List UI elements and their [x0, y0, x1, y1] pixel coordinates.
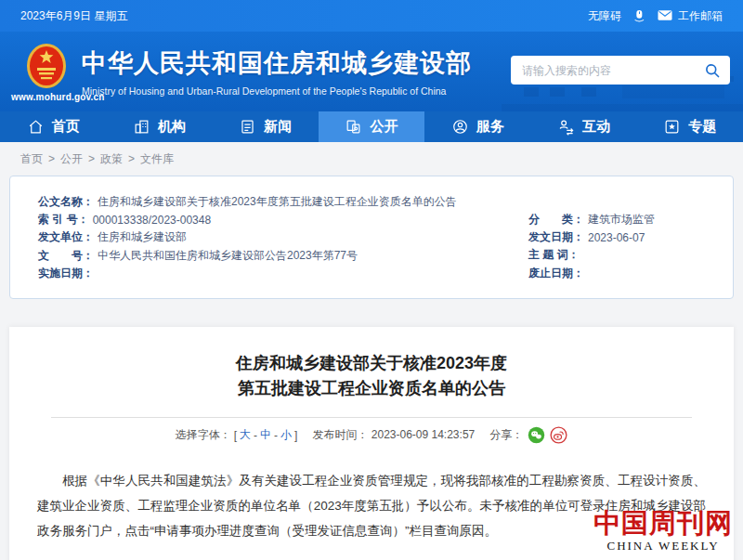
nav-item-interaction[interactable]: 互动	[530, 111, 636, 142]
china-weekly-subtitle: CHINA WEEKLY	[588, 539, 738, 553]
home-icon	[27, 118, 45, 136]
publish-time-group: 发布时间： 2023-06-09 14:23:57	[312, 427, 475, 443]
topics-icon	[663, 118, 681, 136]
nav-item-service[interactable]: 服务	[424, 111, 530, 142]
meta-row-repeal-date: 废止日期：	[528, 265, 655, 282]
site-title-en: Ministry of Housing and Urban-Rural Deve…	[82, 85, 472, 97]
breadcrumb-library[interactable]: 文件库	[140, 151, 174, 167]
mail-icon	[657, 8, 673, 23]
meta-label: 文 号：	[38, 248, 94, 264]
breadcrumb-policy[interactable]: 政策	[100, 151, 123, 167]
breadcrumb-home[interactable]: 首页	[20, 151, 43, 167]
cursor-icon[interactable]	[631, 8, 647, 23]
font-size-medium-link[interactable]: 中	[260, 427, 271, 443]
nav-item-disclosure[interactable]: 公开	[319, 111, 424, 142]
separator: -	[254, 429, 257, 442]
meta-value: 住房和城乡建设部	[98, 229, 187, 245]
accessibility-link[interactable]: 无障碍	[588, 8, 621, 24]
china-weekly-title: 中国周刊网	[588, 509, 738, 537]
accessibility-link-label: 无障碍	[588, 8, 621, 24]
search-icon	[704, 62, 721, 79]
meta-row-index-number: 索 引 号： 000013338/2023-00348	[38, 211, 457, 228]
separator: -	[274, 429, 278, 442]
weibo-share-icon[interactable]	[550, 426, 567, 444]
site-title-block: 中华人民共和国住房和城乡建设部 Ministry of Housing and …	[82, 46, 472, 97]
nav-item-home[interactable]: 首页	[0, 111, 106, 142]
nav-item-label: 机构	[158, 118, 186, 136]
site-title-cn: 中华人民共和国住房和城乡建设部	[82, 46, 472, 80]
title-divider	[51, 417, 692, 418]
font-size-selector: 选择字体： [ 大 - 中 - 小 ]	[176, 427, 298, 443]
bracket: [	[234, 429, 237, 442]
breadcrumb: 首页 > 公开 > 政策 > 文件库	[0, 142, 743, 176]
share-label: 分享：	[489, 427, 523, 443]
share-group: 分享：	[489, 426, 567, 444]
work-mailbox-label: 工作邮箱	[678, 8, 723, 24]
meta-value: 000013338/2023-00348	[93, 214, 211, 227]
china-weekly-logo: 中国周刊网 CHINA WEEKLY	[588, 509, 738, 553]
meta-row-title: 公文名称： 住房和城乡建设部关于核准2023年度第五批建设工程企业资质名单的公告	[38, 193, 457, 211]
current-date: 2023年6月9日 星期五	[20, 8, 127, 24]
document-meta-box: 公文名称： 住房和城乡建设部关于核准2023年度第五批建设工程企业资质名单的公告…	[9, 176, 734, 299]
service-icon	[451, 118, 469, 136]
meta-value: 住房和城乡建设部关于核准2023年度第五批建设工程企业资质名单的公告	[98, 194, 457, 210]
meta-value: 2023-06-07	[588, 231, 645, 244]
nav-item-label: 公开	[370, 118, 398, 136]
article-paragraph: 特此公告。	[37, 556, 706, 560]
meta-row-issue-date: 发文日期： 2023-06-07	[528, 228, 655, 246]
nav-item-label: 首页	[52, 118, 80, 136]
meta-row-doc-number: 文 号： 中华人民共和国住房和城乡建设部公告2023年第77号	[38, 247, 457, 265]
search-input[interactable]	[522, 64, 704, 77]
nav-item-label: 互动	[582, 118, 610, 136]
meta-label: 废止日期：	[528, 266, 584, 281]
breadcrumb-separator: >	[88, 152, 95, 165]
organization-icon	[133, 118, 150, 136]
publish-time-label: 发布时间：	[312, 428, 368, 441]
nav-item-label: 专题	[688, 118, 716, 136]
article-meta-row: 选择字体： [ 大 - 中 - 小 ] 发布时间： 2023-06-09 14:…	[9, 426, 734, 444]
nav-item-label: 服务	[476, 118, 504, 136]
breadcrumb-separator: >	[128, 152, 135, 165]
breadcrumb-disclosure[interactable]: 公开	[60, 151, 83, 167]
disclosure-icon	[345, 118, 362, 136]
wechat-share-icon[interactable]	[528, 426, 545, 444]
nav-item-topics[interactable]: 专题	[637, 111, 743, 142]
meta-row-effective-date: 实施日期：	[38, 265, 457, 282]
meta-label: 公文名称：	[38, 194, 94, 210]
font-size-label: 选择字体：	[176, 427, 231, 443]
publish-time-value: 2023-06-09 14:23:57	[372, 428, 475, 441]
meta-column-left: 公文名称： 住房和城乡建设部关于核准2023年度第五批建设工程企业资质名单的公告…	[38, 193, 457, 282]
meta-label: 分 类：	[528, 212, 584, 228]
news-icon	[239, 118, 256, 136]
bracket: ]	[294, 429, 297, 442]
meta-row-category: 分 类： 建筑市场监管	[528, 211, 655, 228]
nav-item-organization[interactable]: 机构	[106, 111, 212, 142]
national-emblem-icon	[26, 43, 67, 89]
search-button[interactable]	[704, 62, 721, 79]
font-size-large-link[interactable]: 大	[240, 427, 251, 443]
meta-label: 索 引 号：	[38, 212, 89, 228]
meta-label: 发文日期：	[528, 229, 584, 245]
article-title-line2: 第五批建设工程企业资质名单的公告	[9, 376, 734, 401]
page: 2023年6月9日 星期五 无障碍 工作邮箱	[0, 0, 743, 560]
top-bar-links: 无障碍 工作邮箱	[588, 8, 723, 24]
search-box	[511, 56, 730, 85]
interaction-icon	[557, 118, 575, 136]
site-header: www.mohurd.gov.cn 中华人民共和国住房和城乡建设部 Minist…	[0, 32, 743, 111]
article-title: 住房和城乡建设部关于核准2023年度 第五批建设工程企业资质名单的公告	[9, 351, 734, 401]
meta-value: 中华人民共和国住房和城乡建设部公告2023年第77号	[98, 248, 358, 264]
meta-value: 建筑市场监管	[588, 212, 655, 228]
breadcrumb-separator: >	[48, 152, 55, 165]
meta-row-issuing-unit: 发文单位： 住房和城乡建设部	[38, 228, 457, 246]
work-mailbox-link[interactable]: 工作邮箱	[657, 8, 723, 24]
meta-label: 主 题 词：	[528, 247, 580, 263]
meta-row-keywords: 主 题 词：	[528, 246, 655, 264]
font-size-small-link[interactable]: 小	[280, 427, 292, 443]
top-bar: 2023年6月9日 星期五 无障碍 工作邮箱	[0, 0, 743, 32]
article-title-line1: 住房和城乡建设部关于核准2023年度	[9, 351, 734, 376]
main-nav: 首页 机构 新闻 公开 服务	[0, 111, 743, 142]
nav-item-label: 新闻	[264, 118, 292, 136]
meta-label: 发文单位：	[38, 229, 94, 245]
nav-item-news[interactable]: 新闻	[213, 111, 319, 142]
meta-label: 实施日期：	[38, 266, 94, 281]
